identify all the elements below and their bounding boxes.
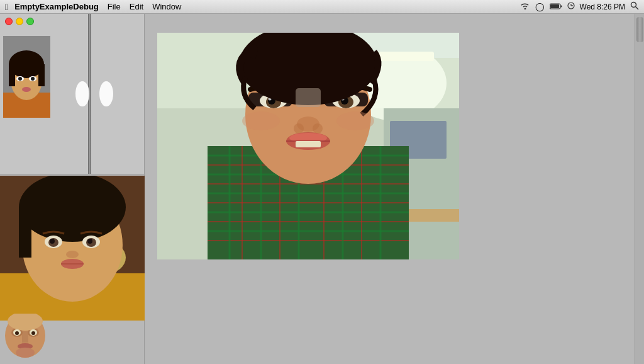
battery-icon bbox=[550, 2, 562, 11]
svg-point-40 bbox=[16, 348, 35, 358]
svg-rect-12 bbox=[9, 64, 15, 86]
small-face-thumbnail bbox=[3, 36, 50, 118]
app-name-menu[interactable]: EmptyExampleDebug bbox=[14, 2, 99, 11]
connector-right bbox=[99, 81, 113, 106]
svg-rect-38 bbox=[22, 331, 28, 343]
svg-point-90 bbox=[294, 123, 304, 134]
scrollbar-thumb[interactable] bbox=[636, 17, 643, 42]
maximize-button[interactable] bbox=[26, 18, 34, 25]
datetime-display: Wed 8:26 PM bbox=[580, 3, 625, 11]
svg-line-7 bbox=[636, 7, 639, 10]
small-face-svg bbox=[3, 36, 50, 118]
face-3d-svg bbox=[3, 314, 47, 358]
large-photo-svg bbox=[157, 33, 459, 259]
main-image-area bbox=[145, 14, 635, 364]
svg-rect-13 bbox=[38, 64, 45, 86]
menubar:  EmptyExampleDebug File Edit Window ◯ W… bbox=[0, 0, 644, 14]
minimize-button[interactable] bbox=[16, 18, 23, 25]
svg-rect-25 bbox=[19, 207, 31, 258]
app-content bbox=[0, 14, 644, 364]
face-3d-model bbox=[3, 314, 47, 358]
svg-point-91 bbox=[313, 123, 323, 134]
bluetooth-icon: ◯ bbox=[535, 2, 545, 11]
search-icon[interactable] bbox=[630, 1, 639, 12]
large-face-photo bbox=[157, 33, 459, 259]
scrollbar[interactable] bbox=[635, 14, 644, 364]
close-button[interactable] bbox=[5, 18, 13, 25]
svg-rect-99 bbox=[296, 88, 321, 107]
bottom-face-svg bbox=[0, 176, 145, 321]
connector-left bbox=[75, 81, 89, 106]
svg-point-31 bbox=[87, 239, 92, 244]
svg-point-16 bbox=[18, 77, 22, 81]
bottom-face-photo bbox=[0, 176, 145, 321]
svg-point-45 bbox=[31, 331, 35, 335]
svg-rect-1 bbox=[550, 4, 559, 8]
svg-point-17 bbox=[31, 77, 35, 81]
svg-rect-95 bbox=[296, 141, 321, 147]
svg-point-24 bbox=[19, 176, 126, 242]
svg-rect-2 bbox=[560, 6, 562, 8]
traffic-lights bbox=[5, 18, 34, 25]
top-thumbnail bbox=[0, 14, 144, 174]
left-panel bbox=[0, 14, 145, 364]
thumbnail-bg bbox=[52, 14, 144, 174]
menubar-right: ◯ Wed 8:26 PM bbox=[520, 1, 639, 12]
svg-point-32 bbox=[66, 251, 79, 258]
svg-point-98 bbox=[336, 111, 374, 130]
svg-point-6 bbox=[631, 3, 636, 8]
file-menu[interactable]: File bbox=[108, 2, 121, 11]
svg-point-18 bbox=[22, 87, 31, 92]
svg-point-44 bbox=[15, 331, 19, 335]
svg-point-97 bbox=[242, 111, 280, 130]
apple-icon:  bbox=[5, 2, 8, 12]
window-menu[interactable]: Window bbox=[152, 2, 181, 11]
edit-menu[interactable]: Edit bbox=[130, 2, 143, 11]
clock-icon bbox=[567, 2, 575, 11]
svg-point-30 bbox=[50, 239, 55, 244]
wifi-icon bbox=[520, 2, 530, 11]
